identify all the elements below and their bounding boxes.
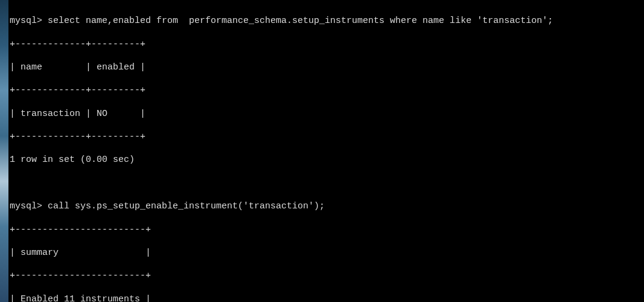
prompt-line-2: mysql> call sys.ps_setup_enable_instrume…	[10, 201, 643, 212]
prompt-line-1: mysql> select name,enabled from performa…	[10, 15, 643, 27]
sql-query-2: call sys.ps_setup_enable_instrument('tra…	[48, 201, 325, 211]
table-border: +-------------+---------+	[10, 85, 643, 96]
mysql-terminal[interactable]: mysql> select name,enabled from performa…	[8, 0, 644, 302]
table-data-row: | Enabled 11 instruments |	[10, 294, 643, 302]
result-summary-1: 1 row in set (0.00 sec)	[10, 154, 643, 165]
mysql-prompt: mysql>	[10, 16, 48, 26]
table-header-row: | name | enabled |	[10, 62, 643, 73]
sql-query-1: select name,enabled from performance_sch…	[48, 16, 553, 26]
blank-line	[10, 178, 643, 189]
window-edge-decoration	[0, 0, 8, 302]
table-header-row: | summary |	[10, 247, 643, 259]
table-border: +-------------+---------+	[10, 131, 643, 143]
table-border: +------------------------+	[10, 270, 643, 281]
table-border: +------------------------+	[10, 224, 643, 236]
table-data-row: | transaction | NO |	[10, 108, 643, 120]
mysql-prompt: mysql>	[10, 201, 48, 211]
table-border: +-------------+---------+	[10, 39, 643, 50]
